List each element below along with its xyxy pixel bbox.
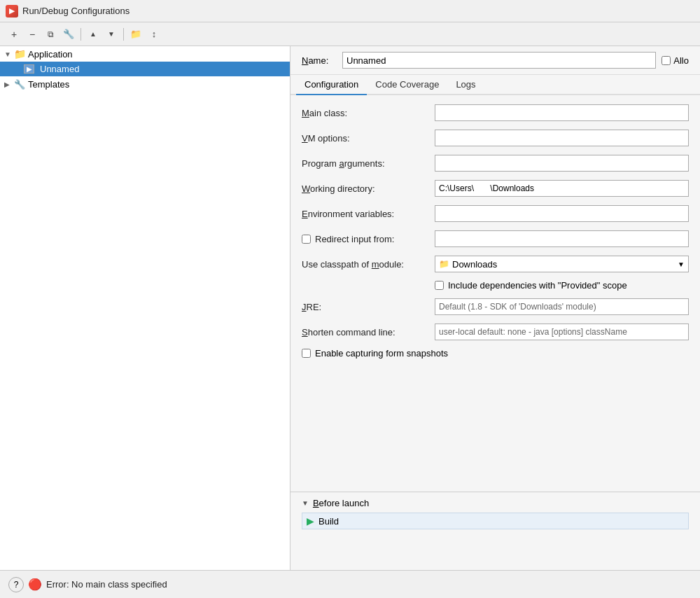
module-icon: 📁 — [439, 259, 449, 269]
tree-label-application: Application — [28, 49, 73, 60]
tab-logs[interactable]: Logs — [447, 75, 484, 95]
toolbar: + − ⧉ 🔧 ▲ ▼ 📁 ↕ — [0, 22, 700, 46]
left-panel: ▼ 📁 Application ▶ Unnamed ▶ 🔧 Templates — [0, 46, 290, 570]
include-deps-checkbox[interactable] — [435, 281, 444, 290]
name-label: Name: — [302, 55, 337, 66]
move-down-button[interactable]: ▼ — [103, 26, 120, 43]
form-row-classpath: Use classpath of module: 📁 Downloads ▼ — [302, 255, 689, 273]
classpath-dropdown[interactable]: 📁 Downloads ▼ — [435, 256, 689, 272]
shorten-cmd-input[interactable] — [435, 324, 689, 340]
classpath-value: Downloads — [452, 259, 497, 270]
move-up-button[interactable]: ▲ — [85, 26, 102, 43]
config-icon: ▶ — [24, 64, 34, 74]
env-vars-label: Environment variables: — [302, 209, 435, 219]
edit-defaults-button[interactable]: 🔧 — [60, 26, 77, 43]
tab-code-coverage[interactable]: Code Coverage — [367, 75, 447, 95]
program-args-label: Program arguments: — [302, 158, 435, 169]
tabs-bar: Configuration Code Coverage Logs — [290, 75, 700, 95]
tree-toggle-templates: ▶ — [4, 81, 14, 88]
launch-spacer — [302, 529, 689, 564]
allow-parallel-label: Allo — [673, 55, 689, 66]
build-arrow-icon: ▶ — [307, 515, 314, 527]
env-vars-input[interactable] — [435, 205, 689, 222]
title-bar: ▶ Run/Debug Configurations — [0, 0, 700, 22]
snapshots-checkbox[interactable] — [302, 349, 311, 358]
toolbar-separator-2 — [123, 28, 124, 41]
main-class-input[interactable] — [435, 104, 689, 121]
working-dir-label: Working directory: — [302, 183, 435, 194]
right-panel: Name: Allo Configuration Code Coverage L… — [290, 46, 700, 570]
snapshots-label: Enable capturing form snapshots — [315, 348, 448, 359]
form-row-shorten-cmd: Shorten command line: — [302, 323, 689, 341]
tab-configuration[interactable]: Configuration — [296, 75, 367, 95]
dropdown-arrow-icon: ▼ — [678, 260, 685, 268]
jre-input[interactable] — [435, 298, 689, 315]
remove-button[interactable]: − — [24, 26, 41, 43]
config-form: Main class: VM options: Program argument… — [290, 95, 700, 492]
tree-item-unnamed[interactable]: ▶ Unnamed — [0, 62, 290, 76]
allow-parallel-checkbox[interactable] — [662, 56, 671, 65]
redirect-checkbox[interactable] — [302, 235, 311, 244]
before-launch-toggle[interactable]: ▼ — [302, 499, 309, 507]
redirect-label: Redirect input from: — [315, 234, 394, 244]
main-class-label: Main class: — [302, 108, 435, 118]
vm-options-label: VM options: — [302, 133, 435, 144]
before-launch-header: ▼ Before launch — [302, 498, 689, 508]
build-label: Build — [318, 516, 339, 527]
redirect-input[interactable] — [435, 230, 689, 247]
form-row-include-deps: Include dependencies with "Provided" sco… — [435, 280, 689, 291]
error-text: Error: No main class specified — [46, 579, 167, 590]
before-launch-title: Before launch — [313, 498, 369, 508]
toolbar-separator-1 — [80, 28, 81, 41]
working-dir-input[interactable] — [435, 180, 689, 197]
folder-icon: 📁 — [14, 48, 25, 60]
bottom-bar: ? 🔴 Error: No main class specified — [0, 570, 700, 598]
form-row-jre: JRE: — [302, 298, 689, 316]
jre-label: JRE: — [302, 302, 435, 312]
form-row-redirect: Redirect input from: — [302, 230, 689, 248]
app-icon: ▶ — [6, 5, 18, 18]
form-row-snapshots: Enable capturing form snapshots — [302, 348, 689, 359]
shorten-cmd-label: Shorten command line: — [302, 327, 435, 338]
tree-label-templates: Templates — [28, 79, 69, 90]
wrench-icon: 🔧 — [14, 78, 25, 90]
tree-label-unnamed: Unnamed — [40, 64, 79, 74]
name-row: Name: Allo — [290, 46, 700, 75]
tree-item-templates[interactable]: ▶ 🔧 Templates — [0, 76, 290, 92]
error-icon: 🔴 — [28, 578, 42, 591]
tree-item-application[interactable]: ▼ 📁 Application — [0, 46, 290, 62]
share-button[interactable]: 📁 — [127, 26, 144, 43]
form-row-working-dir: Working directory: — [302, 179, 689, 197]
main-layout: ▼ 📁 Application ▶ Unnamed ▶ 🔧 Templates … — [0, 46, 700, 570]
form-row-vm-options: VM options: — [302, 129, 689, 147]
classpath-label: Use classpath of module: — [302, 259, 435, 270]
vm-options-input[interactable] — [435, 130, 689, 146]
form-row-main-class: Main class: — [302, 104, 689, 122]
add-button[interactable]: + — [6, 26, 22, 43]
copy-button[interactable]: ⧉ — [42, 26, 59, 43]
form-row-env-vars: Environment variables: — [302, 204, 689, 223]
allow-parallel-area: Allo — [662, 55, 689, 66]
program-args-input[interactable] — [435, 155, 689, 172]
help-button[interactable]: ? — [8, 577, 24, 592]
tree-toggle-application: ▼ — [4, 50, 14, 58]
sort-button[interactable]: ↕ — [146, 26, 162, 43]
redirect-label-area: Redirect input from: — [302, 234, 435, 244]
include-deps-label: Include dependencies with "Provided" sco… — [448, 280, 627, 291]
name-input[interactable] — [342, 52, 656, 69]
launch-item-build[interactable]: ▶ Build — [302, 513, 689, 529]
form-row-program-args: Program arguments: — [302, 154, 689, 172]
before-launch-section: ▼ Before launch ▶ Build — [290, 492, 700, 570]
window-title: Run/Debug Configurations — [22, 6, 130, 16]
